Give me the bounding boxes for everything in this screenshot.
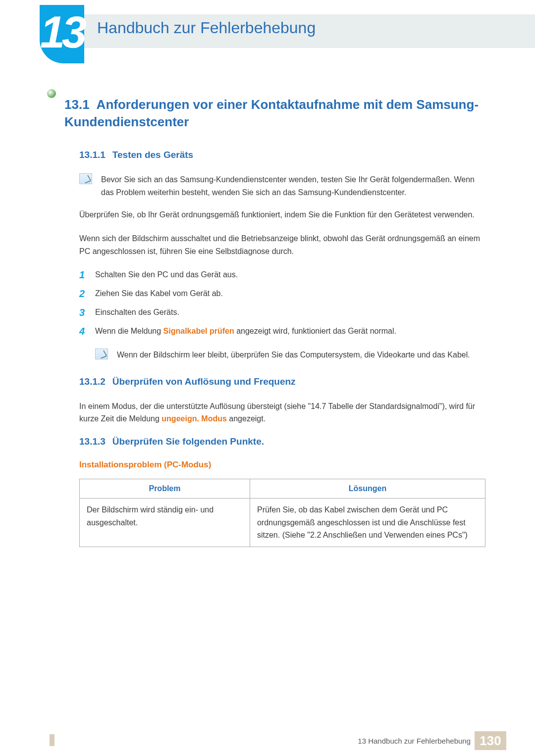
footer-text: 13 Handbuch zur Fehlerbehebung	[358, 737, 471, 745]
note-block: Bevor Sie sich an das Samsung-Kundendien…	[79, 173, 485, 199]
subsection-number: 13.1.1	[79, 150, 106, 160]
section-number: 13.1	[64, 97, 90, 112]
body-paragraph: Überprüfen Sie, ob Ihr Gerät ordnungsgem…	[79, 208, 485, 221]
subsection-title-text: Überprüfen Sie folgenden Punkte.	[112, 436, 264, 447]
list-index: 1	[79, 268, 88, 281]
group-heading: Installationsproblem (PC-Modus)	[79, 460, 485, 470]
subsection-number: 13.1.3	[79, 436, 106, 447]
chapter-number: 13	[40, 10, 84, 54]
table-header: Problem	[80, 479, 250, 498]
step4-tail: angezeigt wird, funktioniert das Gerät n…	[234, 327, 396, 335]
page-footer: 13 Handbuch zur Fehlerbehebung 130	[0, 733, 535, 756]
highlight-text: ungeeign. Modus	[161, 414, 227, 423]
list-index: 3	[79, 306, 88, 319]
note-text: Bevor Sie sich an das Samsung-Kundendien…	[101, 173, 485, 199]
list-index: 4	[79, 325, 88, 338]
subsection-heading: 13.1.2Überprüfen von Auflösung und Frequ…	[79, 376, 485, 387]
list-index: 2	[79, 287, 88, 300]
subsection-heading: 13.1.3Überprüfen Sie folgenden Punkte.	[79, 436, 485, 447]
subsection-heading: 13.1.1Testen des Geräts	[79, 150, 485, 160]
chapter-title: Handbuch zur Fehlerbehebung	[97, 19, 316, 37]
subsection-title-text: Überprüfen von Auflösung und Frequenz	[112, 376, 296, 387]
body-paragraph: Wenn sich der Bildschirm ausschaltet und…	[79, 232, 485, 257]
note-icon	[79, 173, 92, 184]
numbered-list: 1 Schalten Sie den PC und das Gerät aus.…	[79, 268, 485, 338]
decorative-dot-icon	[47, 89, 56, 98]
list-item: 2 Ziehen Sie das Kabel vom Gerät ab.	[79, 287, 485, 300]
section-title-text: Anforderungen vor einer Kontaktaufnahme …	[64, 97, 479, 129]
table-header: Lösungen	[250, 479, 485, 498]
list-item: 1 Schalten Sie den PC und das Gerät aus.	[79, 268, 485, 281]
subsection-title-text: Testen des Geräts	[112, 150, 193, 160]
nested-note-block: Wenn der Bildschirm leer bleibt, überprü…	[95, 349, 485, 361]
list-text: Wenn die Meldung Signalkabel prüfen ange…	[95, 325, 396, 338]
body-paragraph: In einem Modus, der die unterstützte Auf…	[79, 400, 485, 425]
list-item: 4 Wenn die Meldung Signalkabel prüfen an…	[79, 325, 485, 338]
p-post: angezeigt.	[227, 414, 266, 423]
section-heading: 13.1Anforderungen vor einer Kontaktaufna…	[64, 96, 485, 131]
page-content: 13.1Anforderungen vor einer Kontaktaufna…	[64, 96, 485, 547]
table-cell-problem: Der Bildschirm wird ständig ein- und aus…	[80, 498, 250, 547]
list-text: Einschalten des Geräts.	[95, 306, 179, 319]
list-text: Ziehen Sie das Kabel vom Gerät ab.	[95, 287, 223, 300]
table-cell-solution: Prüfen Sie, ob das Kabel zwischen dem Ge…	[250, 498, 485, 547]
p-pre: In einem Modus, der die unterstützte Auf…	[79, 402, 475, 423]
highlight-text: Signalkabel prüfen	[163, 327, 234, 335]
page-number: 130	[475, 731, 506, 750]
problem-table: Problem Lösungen Der Bildschirm wird stä…	[79, 479, 485, 547]
list-text: Schalten Sie den PC und das Gerät aus.	[95, 268, 238, 281]
table-row: Der Bildschirm wird ständig ein- und aus…	[80, 498, 485, 547]
note-icon	[95, 349, 108, 359]
list-item: 3 Einschalten des Geräts.	[79, 306, 485, 319]
step4-pre: Wenn die Meldung	[95, 327, 163, 335]
chapter-badge: 13	[40, 5, 84, 63]
footer-accent-bar	[50, 734, 54, 746]
note-text: Wenn der Bildschirm leer bleibt, überprü…	[117, 349, 470, 361]
subsection-number: 13.1.2	[79, 376, 106, 387]
